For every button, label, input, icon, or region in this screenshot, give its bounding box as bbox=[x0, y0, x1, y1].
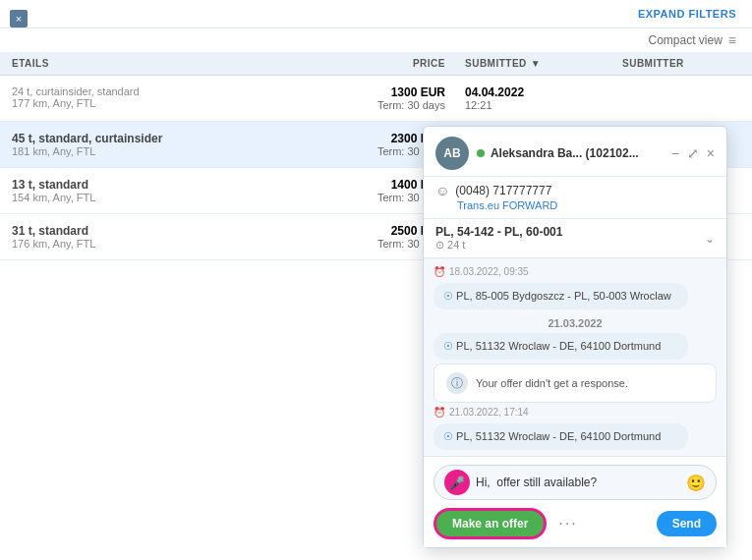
date-value: 04.04.2022 bbox=[465, 85, 622, 99]
compact-view-label: Compact view bbox=[648, 33, 722, 47]
route-label-text3: PL, 51132 Wroclaw - DE, 64100 Dortmund bbox=[456, 430, 661, 442]
submitted-label: SUBMITTED bbox=[465, 58, 527, 69]
resize-btn[interactable]: ⤢ bbox=[687, 145, 699, 161]
col-price: PRICE bbox=[327, 58, 465, 69]
message-timestamp: ⏰ 21.03.2022, 17:14 bbox=[434, 407, 717, 418]
message-bubble: ☉ PL, 51132 Wroclaw - DE, 64100 Dortmund bbox=[434, 333, 688, 360]
chat-header-actions: − ⤢ × bbox=[671, 145, 715, 161]
make-offer-button[interactable]: Make an offer bbox=[434, 508, 547, 539]
company-link[interactable]: Trans.eu FORWARD bbox=[457, 199, 557, 211]
price-term: Term: 30 days bbox=[327, 99, 445, 111]
chat-input-row: 🎤 🙂 bbox=[434, 465, 717, 500]
row-price: 1300 EUR Term: 30 days bbox=[327, 85, 465, 111]
chat-contact-name: Aleksandra Ba... (102102... bbox=[477, 146, 664, 160]
online-status-dot bbox=[477, 149, 485, 157]
mic-btn[interactable]: 🎤 bbox=[444, 470, 470, 495]
chat-messages[interactable]: ⏰ 18.03.2022, 09:35 ☉ PL, 85-005 Bydgosz… bbox=[424, 258, 726, 456]
contact-info: ☺ (0048) 717777777 Trans.eu FORWARD bbox=[424, 177, 726, 219]
route-label-text: PL, 85-005 Bydgoszcz - PL, 50-003 Wrocla… bbox=[456, 290, 671, 302]
chat-panel: AB Aleksandra Ba... (102102... − ⤢ × ☺ (… bbox=[423, 126, 727, 548]
chat-actions-row: Make an offer ··· Send bbox=[434, 508, 717, 539]
compact-icon[interactable]: ≡ bbox=[728, 32, 736, 48]
table-header: ETAILS PRICE SUBMITTED ▼ SUBMITTER bbox=[0, 52, 752, 76]
route-info: PL, 54-142 - PL, 60-001 ⊙ 24 t ⌄ bbox=[424, 219, 726, 258]
col-details: ETAILS bbox=[12, 58, 327, 69]
chat-input[interactable] bbox=[476, 476, 680, 489]
route-weight: ⊙ 24 t bbox=[435, 239, 562, 252]
clock-icon2: ⏰ bbox=[434, 407, 445, 418]
clock-icon: ⏰ bbox=[434, 266, 445, 277]
top-bar: × EXPAND FILTERS bbox=[0, 0, 752, 28]
expand-filters-btn[interactable]: EXPAND FILTERS bbox=[638, 8, 736, 20]
globe-icon: ☉ bbox=[443, 430, 453, 442]
contact-phone: ☺ (0048) 717777777 bbox=[435, 183, 715, 198]
message-timestamp: ⏰ 18.03.2022, 09:35 bbox=[434, 266, 717, 277]
compact-bar: Compact view ≡ bbox=[0, 28, 752, 52]
date-divider: 21.03.2022 bbox=[434, 317, 717, 329]
col-submitter: SUBMITTER bbox=[622, 58, 740, 69]
route-label-text2: PL, 51132 Wroclaw - DE, 64100 Dortmund bbox=[456, 340, 661, 352]
col-submitted[interactable]: SUBMITTED ▼ bbox=[465, 58, 622, 69]
avatar: AB bbox=[435, 137, 469, 170]
close-main-btn[interactable]: × bbox=[10, 10, 28, 28]
chat-header-info: Aleksandra Ba... (102102... bbox=[477, 146, 664, 160]
emoji-btn[interactable]: 🙂 bbox=[686, 474, 706, 492]
row-submitted: 04.04.2022 12:21 bbox=[465, 85, 622, 111]
row-sub-text: 176 km, Any, FTL bbox=[12, 238, 327, 250]
main-area: × EXPAND FILTERS Compact view ≡ ETAILS P… bbox=[0, 0, 752, 560]
minimize-btn[interactable]: − bbox=[671, 145, 679, 161]
row-sub-text: 181 km, Any, FTL bbox=[12, 145, 327, 157]
message-bubble: ☉ PL, 85-005 Bydgoszcz - PL, 50-003 Wroc… bbox=[434, 283, 688, 309]
row-sub-text2: 177 km, Any, FTL bbox=[12, 97, 327, 109]
globe-icon: ☉ bbox=[443, 340, 453, 352]
time-value: 12:21 bbox=[465, 99, 622, 111]
send-button[interactable]: Send bbox=[657, 511, 717, 536]
chat-input-area: 🎤 🙂 Make an offer ··· Send bbox=[424, 456, 726, 547]
sort-arrow-icon[interactable]: ▼ bbox=[531, 58, 541, 69]
close-chat-btn[interactable]: × bbox=[707, 145, 715, 161]
chat-header: AB Aleksandra Ba... (102102... − ⤢ × bbox=[424, 127, 726, 177]
table-row: 24 t, curtainsider, standard 177 km, Any… bbox=[0, 76, 752, 122]
row-details: 24 t, curtainsider, standard 177 km, Any… bbox=[12, 85, 327, 109]
row-main-text: 13 t, standard bbox=[12, 178, 327, 192]
row-sub-text: 24 t, curtainsider, standard bbox=[12, 85, 327, 97]
no-response-text: Your offer didn't get a response. bbox=[476, 377, 628, 389]
person-icon: ☺ bbox=[435, 183, 449, 198]
row-details: 13 t, standard 154 km, Any, FTL bbox=[12, 178, 327, 203]
price-value: 1300 EUR bbox=[327, 85, 445, 99]
no-response-message: ⓘ Your offer didn't get a response. bbox=[434, 364, 717, 403]
row-main-text: 45 t, standard, curtainsider bbox=[12, 132, 327, 145]
chevron-down-icon[interactable]: ⌄ bbox=[705, 232, 715, 246]
row-details: 31 t, standard 176 km, Any, FTL bbox=[12, 224, 327, 250]
row-main-text: 31 t, standard bbox=[12, 224, 327, 238]
globe-icon: ☉ bbox=[443, 290, 453, 302]
phone-number: (0048) 717777777 bbox=[455, 184, 551, 197]
message-bubble: ☉ PL, 51132 Wroclaw - DE, 64100 Dortmund bbox=[434, 423, 688, 450]
row-details: 45 t, standard, curtainsider 181 km, Any… bbox=[12, 132, 327, 157]
route-text: PL, 54-142 - PL, 60-001 bbox=[435, 225, 562, 239]
info-icon: ⓘ bbox=[446, 372, 468, 394]
row-sub-text: 154 km, Any, FTL bbox=[12, 192, 327, 203]
more-options-btn[interactable]: ··· bbox=[554, 515, 581, 532]
